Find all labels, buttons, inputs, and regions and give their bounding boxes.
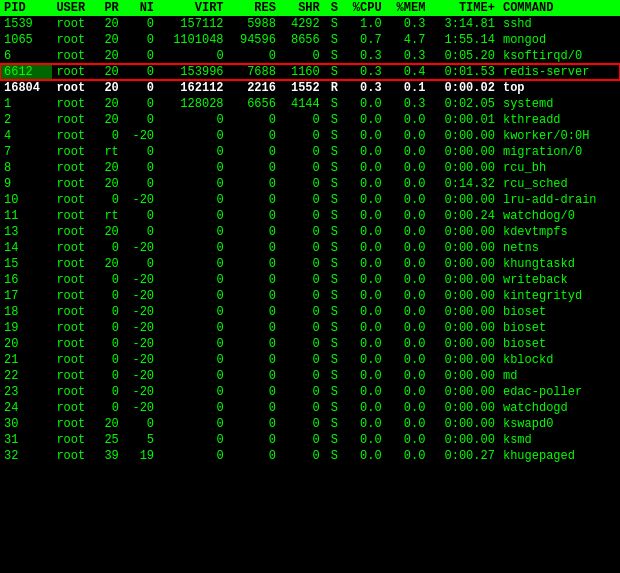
ni-col: -20 <box>123 320 158 336</box>
cmd-col: khungtaskd <box>499 256 620 272</box>
s-col: S <box>324 192 342 208</box>
cpu-col: 0.0 <box>342 432 386 448</box>
res-col: 0 <box>228 160 280 176</box>
virt-col: 0 <box>158 128 228 144</box>
shr-col: 0 <box>280 304 324 320</box>
table-row: 31root255000S0.00.00:00.00ksmd <box>0 432 620 448</box>
header-shr: SHR <box>280 0 324 16</box>
cpu-col: 0.0 <box>342 144 386 160</box>
cmd-col: sshd <box>499 16 620 32</box>
user-col: root <box>52 352 96 368</box>
time-col: 0:00.00 <box>429 352 499 368</box>
pid-col: 1 <box>0 96 52 112</box>
pid-col: 14 <box>0 240 52 256</box>
user-col: root <box>52 304 96 320</box>
table-row: 6612root20015399676881160S0.30.40:01.53r… <box>0 64 620 80</box>
res-col: 0 <box>228 320 280 336</box>
pid-col: 18 <box>0 304 52 320</box>
cmd-col: rcu_bh <box>499 160 620 176</box>
res-col: 2216 <box>228 80 280 96</box>
ni-col: 0 <box>123 112 158 128</box>
cpu-col: 0.0 <box>342 320 386 336</box>
s-col: S <box>324 16 342 32</box>
res-col: 0 <box>228 400 280 416</box>
cpu-col: 0.3 <box>342 64 386 80</box>
cpu-col: 0.3 <box>342 48 386 64</box>
table-row: 1root20012802866564144S0.00.30:02.05syst… <box>0 96 620 112</box>
pid-col: 23 <box>0 384 52 400</box>
pid-col: 6 <box>0 48 52 64</box>
mem-col: 0.1 <box>386 80 430 96</box>
virt-col: 0 <box>158 400 228 416</box>
ni-col: 0 <box>123 80 158 96</box>
pid-col: 16804 <box>0 80 52 96</box>
mem-col: 0.0 <box>386 176 430 192</box>
pr-col: 0 <box>96 240 123 256</box>
res-col: 0 <box>228 384 280 400</box>
cpu-col: 0.0 <box>342 128 386 144</box>
ni-col: -20 <box>123 336 158 352</box>
virt-col: 0 <box>158 144 228 160</box>
shr-col: 0 <box>280 368 324 384</box>
user-col: root <box>52 176 96 192</box>
mem-col: 0.0 <box>386 368 430 384</box>
table-row: 17root0-20000S0.00.00:00.00kintegrityd <box>0 288 620 304</box>
time-col: 0:00.00 <box>429 384 499 400</box>
mem-col: 0.0 <box>386 128 430 144</box>
cpu-col: 0.0 <box>342 272 386 288</box>
res-col: 0 <box>228 224 280 240</box>
pr-col: rt <box>96 208 123 224</box>
user-col: root <box>52 32 96 48</box>
virt-col: 162112 <box>158 80 228 96</box>
pid-col: 22 <box>0 368 52 384</box>
s-col: S <box>324 144 342 160</box>
s-col: S <box>324 256 342 272</box>
virt-col: 0 <box>158 272 228 288</box>
s-col: S <box>324 160 342 176</box>
ni-col: 0 <box>123 48 158 64</box>
table-row: 20root0-20000S0.00.00:00.00bioset <box>0 336 620 352</box>
time-col: 0:00.00 <box>429 240 499 256</box>
time-col: 0:00.00 <box>429 400 499 416</box>
res-col: 94596 <box>228 32 280 48</box>
cmd-col: kthreadd <box>499 112 620 128</box>
pid-col: 7 <box>0 144 52 160</box>
pid-col: 8 <box>0 160 52 176</box>
mem-col: 0.0 <box>386 352 430 368</box>
table-row: 32root3919000S0.00.00:00.27khugepaged <box>0 448 620 464</box>
virt-col: 0 <box>158 224 228 240</box>
s-col: S <box>324 288 342 304</box>
table-row: 1539root20015711259884292S1.00.33:14.81s… <box>0 16 620 32</box>
ni-col: 0 <box>123 32 158 48</box>
s-col: S <box>324 352 342 368</box>
res-col: 7688 <box>228 64 280 80</box>
ni-col: 0 <box>123 256 158 272</box>
table-row: 24root0-20000S0.00.00:00.00watchdogd <box>0 400 620 416</box>
shr-col: 0 <box>280 448 324 464</box>
user-col: root <box>52 112 96 128</box>
time-col: 0:00.00 <box>429 192 499 208</box>
user-col: root <box>52 16 96 32</box>
user-col: root <box>52 64 96 80</box>
cmd-col: kdevtmpfs <box>499 224 620 240</box>
res-col: 0 <box>228 208 280 224</box>
mem-col: 0.0 <box>386 288 430 304</box>
res-col: 0 <box>228 288 280 304</box>
ni-col: 0 <box>123 416 158 432</box>
shr-col: 0 <box>280 224 324 240</box>
shr-col: 0 <box>280 48 324 64</box>
shr-col: 0 <box>280 256 324 272</box>
user-col: root <box>52 272 96 288</box>
table-row: 30root200000S0.00.00:00.00kswapd0 <box>0 416 620 432</box>
pr-col: 0 <box>96 400 123 416</box>
pr-col: 20 <box>96 176 123 192</box>
virt-col: 0 <box>158 432 228 448</box>
table-row: 14root0-20000S0.00.00:00.00netns <box>0 240 620 256</box>
pr-col: 0 <box>96 128 123 144</box>
cmd-col: bioset <box>499 304 620 320</box>
cmd-col: migration/0 <box>499 144 620 160</box>
ni-col: 5 <box>123 432 158 448</box>
user-col: root <box>52 368 96 384</box>
user-col: root <box>52 288 96 304</box>
pr-col: rt <box>96 144 123 160</box>
